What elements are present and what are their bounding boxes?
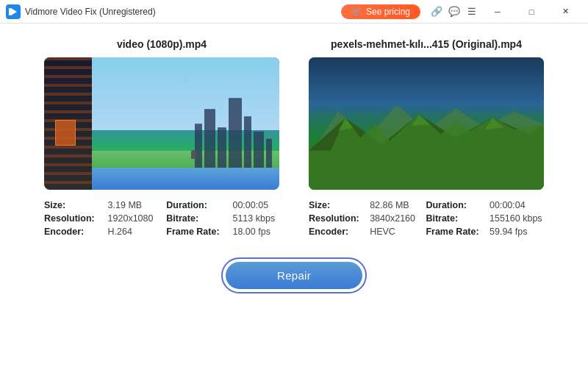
right-bitrate-value: 155160 kbps [490, 213, 544, 224]
repair-button-wrapper: Repair [221, 257, 367, 293]
building-3 [218, 127, 226, 168]
pricing-label: See pricing [366, 7, 410, 17]
left-encoder-value: H.264 [108, 227, 158, 237]
right-resolution-value: 3840x2160 [370, 213, 417, 224]
left-video-thumbnail [44, 57, 279, 190]
right-resolution-label: Resolution: [309, 213, 361, 224]
left-duration-label: Duration: [166, 200, 223, 210]
building-1 [195, 124, 202, 168]
corruption-block [55, 120, 76, 146]
left-video-info: Size: 3.19 MB Duration: 00:00:05 Resolut… [44, 200, 279, 237]
left-bitrate-label: Bitrate: [166, 213, 223, 224]
left-framerate-value: 18.00 fps [232, 227, 279, 237]
main-content: video (1080p).mp4 [0, 24, 588, 381]
left-resolution-label: Resolution: [44, 213, 99, 224]
right-video-title: pexels-mehmet-kılı...415 (Original).mp4 [331, 38, 522, 50]
person-silhouette [191, 150, 196, 159]
left-video-title: video (1080p).mp4 [117, 38, 207, 50]
right-framerate-label: Frame Rate: [426, 227, 481, 237]
water-area [92, 168, 279, 190]
videos-row: video (1080p).mp4 [22, 38, 566, 237]
right-size-label: Size: [309, 200, 361, 210]
right-duration-value: 00:00:04 [490, 200, 544, 210]
right-encoder-value: HEVC [370, 227, 417, 237]
right-video-info: Size: 82.86 MB Duration: 00:00:04 Resolu… [309, 200, 544, 237]
left-size-value: 3.19 MB [108, 200, 158, 210]
titlebar: Vidmore Video Fix (Unregistered) 🛒 See p… [0, 0, 588, 24]
right-bitrate-label: Bitrate: [426, 213, 481, 224]
menu-icon-button[interactable]: ☰ [463, 3, 481, 21]
right-video-thumbnail [309, 57, 544, 190]
link-icon-button[interactable]: 🔗 [428, 3, 445, 21]
svg-rect-2 [9, 8, 11, 15]
building-4 [229, 98, 242, 168]
right-duration-label: Duration: [426, 200, 481, 210]
chat-icon-button[interactable]: 💬 [445, 3, 463, 21]
app-logo [6, 4, 21, 19]
right-video-panel: pexels-mehmet-kılı...415 (Original).mp4 [309, 38, 544, 237]
repair-area: Repair [22, 257, 566, 293]
app-title: Vidmore Video Fix (Unregistered) [25, 7, 341, 17]
left-encoder-label: Encoder: [44, 227, 99, 237]
building-6 [254, 131, 264, 168]
building-7 [266, 138, 272, 168]
building-5 [244, 116, 251, 168]
right-encoder-label: Encoder: [309, 227, 361, 237]
cart-icon: 🛒 [351, 7, 362, 17]
left-video-panel: video (1080p).mp4 [44, 38, 279, 237]
right-size-value: 82.86 MB [370, 200, 417, 210]
repair-button[interactable]: Repair [226, 262, 362, 289]
right-framerate-value: 59.94 fps [490, 227, 544, 237]
left-resolution-value: 1920x1080 [108, 213, 158, 224]
left-duration-value: 00:00:05 [232, 200, 279, 210]
city-skyline [195, 98, 272, 168]
close-button[interactable]: ✕ [548, 0, 582, 24]
maximize-button[interactable]: □ [514, 0, 548, 24]
see-pricing-button[interactable]: 🛒 See pricing [341, 4, 420, 19]
left-size-label: Size: [44, 200, 99, 210]
building-2 [204, 109, 215, 168]
left-framerate-label: Frame Rate: [166, 227, 223, 237]
minimize-button[interactable]: ─ [481, 0, 514, 24]
left-bitrate-value: 5113 kbps [232, 213, 279, 224]
